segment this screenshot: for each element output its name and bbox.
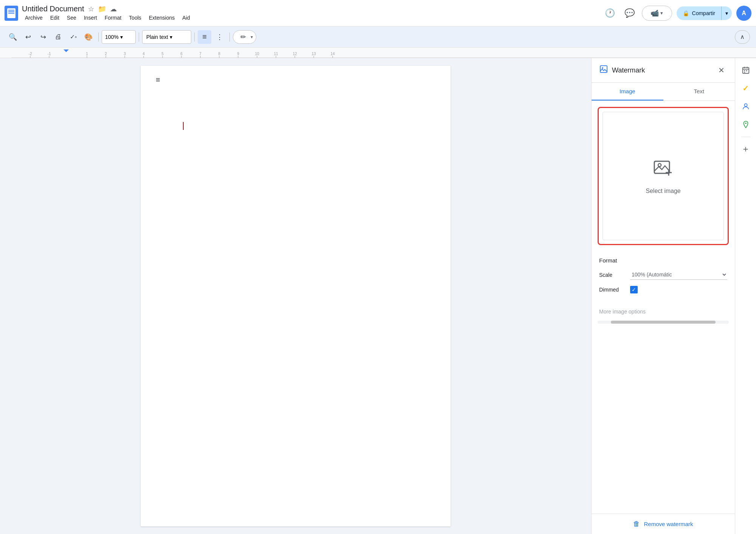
more-image-options: More image options — [592, 306, 735, 321]
text-cursor: | — [182, 120, 184, 130]
menu-see[interactable]: See — [64, 14, 79, 22]
panel-header: Watermark ✕ — [592, 58, 735, 83]
toolbar-separator-4 — [229, 32, 230, 42]
pen-dropdown-arrow[interactable]: ▾ — [251, 34, 253, 40]
ruler-svg: -2 -1 1 2 3 4 5 6 7 8 9 10 11 12 13 14 — [11, 48, 756, 58]
panel-title: Watermark — [612, 66, 645, 74]
sidebar-calendar[interactable] — [738, 63, 753, 78]
pen-tool-group: ✏ ▾ — [233, 30, 256, 44]
menu-aid[interactable]: Aid — [179, 14, 193, 22]
cloud-icon[interactable]: ☁ — [110, 5, 117, 13]
horizontal-scrollbar[interactable] — [598, 321, 729, 324]
toolbar-separator-1 — [98, 32, 99, 42]
image-upload-area[interactable]: Select image — [598, 107, 729, 245]
scale-select[interactable]: 100% (Automátic — [630, 270, 727, 280]
account-avatar[interactable]: A — [736, 6, 751, 21]
toolbar-separator-2 — [139, 32, 139, 42]
line-spacing-button[interactable]: ≡ — [198, 30, 211, 44]
menu-extensions[interactable]: Extensions — [146, 14, 178, 22]
spellcheck-button[interactable]: ✓a — [67, 30, 80, 44]
toolbar-right: ∧ — [735, 30, 750, 44]
tab-text[interactable]: Text — [663, 83, 735, 100]
doc-title-area: Untitled Document ☆ 📁 ☁ Archive Edit See… — [22, 5, 603, 22]
toolbar-separator-3 — [194, 32, 195, 42]
text-style-value: Plain text — [146, 34, 168, 40]
sidebar-tasks[interactable]: ✓ — [738, 81, 753, 96]
comment-button[interactable]: 💬 — [622, 6, 637, 21]
undo-button[interactable]: ↩ — [21, 30, 35, 44]
menu-insert[interactable]: Insert — [81, 14, 100, 22]
list-icon: ≡ — [156, 76, 160, 84]
format-section: Format Scale 100% (Automátic Dimmed ✓ — [592, 251, 735, 306]
watermark-icon — [599, 65, 608, 76]
svg-text:-1: -1 — [48, 52, 51, 56]
video-button[interactable]: 📹 ▾ — [642, 6, 672, 21]
search-button[interactable]: 🔍 — [6, 30, 20, 44]
document-area: ≡ | — [0, 58, 591, 534]
svg-point-47 — [744, 104, 747, 106]
zoom-selector[interactable]: 100% ▾ — [102, 30, 136, 44]
sidebar-contacts[interactable] — [738, 99, 753, 114]
collapse-toolbar-button[interactable]: ∧ — [735, 30, 750, 44]
svg-rect-44 — [744, 70, 745, 71]
sidebar-icons: ✓ + — [735, 58, 756, 534]
close-panel-button[interactable]: ✕ — [715, 64, 727, 76]
image-upload-inner: Select image — [603, 112, 724, 240]
share-dropdown-arrow[interactable]: ▾ — [722, 7, 732, 19]
ruler: -2 -1 1 2 3 4 5 6 7 8 9 10 11 12 13 14 — [0, 48, 756, 58]
text-style-selector[interactable]: Plain text ▾ — [142, 30, 191, 44]
video-icon: 📹 — [651, 9, 659, 17]
share-main: 🔒 Compartir — [677, 7, 721, 19]
drive-icon[interactable]: 📁 — [98, 5, 106, 13]
svg-text:4: 4 — [143, 52, 145, 56]
redo-button[interactable]: ↪ — [36, 30, 50, 44]
menu-bar: Archive Edit See Insert Format Tools Ext… — [22, 14, 603, 22]
svg-rect-45 — [746, 70, 747, 71]
upload-icon — [653, 157, 674, 183]
svg-text:1: 1 — [86, 52, 88, 56]
svg-text:13: 13 — [311, 52, 316, 56]
svg-rect-34 — [600, 66, 607, 73]
top-bar: Untitled Document ☆ 📁 ☁ Archive Edit See… — [0, 0, 756, 26]
svg-point-37 — [658, 164, 661, 167]
sidebar-maps[interactable] — [738, 117, 753, 132]
svg-text:12: 12 — [293, 52, 297, 56]
svg-rect-36 — [654, 161, 669, 173]
remove-watermark-button[interactable]: 🗑 Remove watermark — [592, 514, 735, 534]
print-button[interactable]: 🖨 — [51, 30, 65, 44]
watermark-panel: Watermark ✕ Image Text Selec — [591, 58, 735, 534]
menu-archive[interactable]: Archive — [22, 14, 46, 22]
document-page[interactable]: ≡ | — [141, 66, 451, 526]
pen-tool-button[interactable]: ✏ — [236, 30, 250, 44]
app-icon[interactable] — [5, 6, 18, 21]
tab-image[interactable]: Image — [592, 83, 663, 100]
svg-text:8: 8 — [218, 52, 220, 56]
panel-tabs: Image Text — [592, 83, 735, 101]
menu-tools[interactable]: Tools — [126, 14, 144, 22]
svg-point-48 — [745, 123, 747, 124]
scrollbar-thumb — [611, 321, 716, 324]
more-options-button[interactable]: ⋮ — [213, 30, 226, 44]
svg-text:10: 10 — [255, 52, 259, 56]
dimmed-row: Dimmed ✓ — [599, 286, 727, 293]
comment-icon: 💬 — [624, 8, 635, 18]
star-icon[interactable]: ☆ — [88, 5, 94, 13]
menu-edit[interactable]: Edit — [47, 14, 62, 22]
svg-text:11: 11 — [274, 52, 278, 56]
history-button[interactable]: 🕐 — [603, 6, 618, 21]
sidebar-add-button[interactable]: + — [738, 142, 753, 157]
menu-format[interactable]: Format — [102, 14, 124, 22]
doc-title[interactable]: Untitled Document — [22, 5, 84, 13]
format-title: Format — [599, 257, 727, 264]
sidebar-divider — [741, 137, 750, 137]
remove-watermark-label: Remove watermark — [644, 521, 693, 527]
scale-label: Scale — [599, 272, 626, 278]
lock-icon: 🔒 — [683, 10, 689, 16]
zoom-arrow: ▾ — [120, 34, 123, 40]
paint-format-button[interactable]: 🎨 — [82, 30, 95, 44]
share-label: Compartir — [692, 10, 715, 16]
dimmed-checkbox[interactable]: ✓ — [630, 286, 638, 293]
svg-text:6: 6 — [180, 52, 183, 56]
share-button[interactable]: 🔒 Compartir ▾ — [677, 6, 732, 20]
dimmed-checkbox-wrapper: ✓ — [630, 286, 638, 293]
